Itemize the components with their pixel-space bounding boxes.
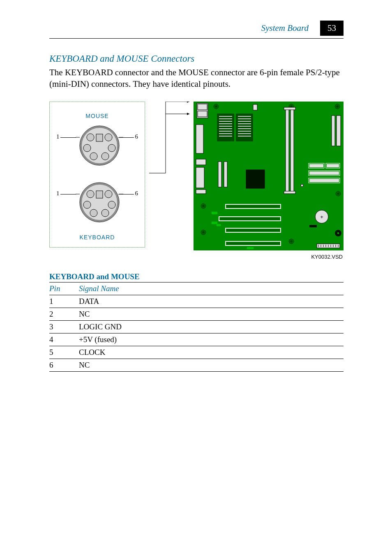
svg-point-38 (337, 193, 339, 194)
svg-rect-19 (96, 191, 103, 198)
svg-rect-74 (224, 162, 227, 187)
svg-point-17 (90, 209, 97, 217)
svg-rect-95 (217, 224, 221, 226)
svg-rect-66 (284, 191, 295, 194)
svg-rect-96 (247, 247, 254, 249)
svg-point-16 (108, 201, 115, 208)
svg-point-5 (108, 144, 115, 152)
svg-rect-73 (218, 162, 221, 187)
svg-point-6 (90, 153, 97, 160)
svg-rect-8 (96, 134, 103, 141)
page-number: 53 (320, 21, 344, 36)
figure-caption: KY0032.VSD (49, 254, 344, 260)
svg-rect-81 (327, 164, 339, 167)
svg-rect-80 (309, 164, 323, 167)
motherboard-diagram: + (194, 102, 344, 250)
svg-point-28 (291, 106, 292, 107)
table-row: 2NC (49, 308, 344, 320)
section-heading: KEYBOARD and MOUSE Connectors (49, 53, 344, 64)
svg-rect-94 (212, 222, 217, 224)
svg-point-4 (83, 144, 91, 152)
svg-point-14 (105, 190, 112, 198)
svg-point-34 (203, 232, 204, 233)
svg-rect-75 (246, 170, 265, 188)
svg-rect-90 (220, 218, 280, 220)
svg-rect-83 (309, 179, 339, 182)
svg-rect-99 (309, 225, 317, 227)
svg-point-32 (203, 205, 204, 207)
page-header: System Board 53 (49, 21, 344, 39)
svg-point-30 (337, 106, 338, 107)
svg-point-3 (105, 134, 112, 141)
svg-point-15 (83, 201, 91, 208)
col-header-signal: Signal Name (79, 282, 344, 295)
svg-point-26 (215, 106, 217, 107)
svg-rect-39 (197, 103, 208, 118)
svg-rect-67 (332, 116, 335, 146)
section-body: The KEYBOARD connector and the MOUSE con… (49, 67, 344, 90)
svg-text:+: + (320, 214, 323, 220)
table-row: 4+5V (fused) (49, 333, 344, 346)
svg-point-101 (337, 232, 339, 234)
svg-point-84 (301, 184, 303, 187)
svg-marker-22 (187, 102, 189, 103)
svg-rect-92 (226, 242, 280, 245)
table-row: 1DATA (49, 295, 344, 308)
table-row: 5CLOCK (49, 346, 344, 359)
svg-rect-43 (236, 114, 253, 141)
svg-point-36 (291, 241, 292, 242)
svg-rect-91 (226, 229, 280, 232)
svg-rect-69 (196, 125, 203, 153)
table-title: KEYBOARD and MOUSE (49, 272, 344, 281)
svg-rect-42 (217, 114, 234, 141)
svg-rect-64 (291, 108, 294, 192)
svg-rect-82 (309, 171, 339, 175)
svg-point-13 (87, 190, 94, 198)
col-header-pin: Pin (49, 282, 79, 295)
callout-line-icon (149, 102, 189, 247)
ps2-icon (50, 102, 149, 247)
svg-rect-71 (196, 167, 204, 188)
table-row: 3LOGIC GND (49, 320, 344, 333)
svg-rect-65 (284, 107, 295, 110)
svg-rect-72 (196, 190, 206, 194)
svg-point-7 (101, 153, 109, 160)
svg-rect-63 (286, 108, 289, 192)
table-row: 6NC (49, 359, 344, 371)
svg-rect-62 (253, 104, 257, 110)
svg-rect-70 (196, 159, 206, 165)
svg-rect-68 (337, 116, 341, 146)
svg-point-2 (87, 134, 94, 141)
svg-rect-89 (226, 205, 280, 208)
svg-point-18 (101, 209, 109, 217)
pinout-table: Pin Signal Name 1DATA 2NC 3LOGIC GND 4+5… (49, 282, 344, 372)
ps2-connector-diagram: MOUSE KEYBOARD 1 6 1 6 (49, 102, 145, 248)
figure: MOUSE KEYBOARD 1 6 1 6 (49, 102, 344, 250)
svg-marker-23 (187, 113, 189, 115)
svg-rect-93 (212, 212, 217, 214)
header-title: System Board (261, 23, 309, 33)
